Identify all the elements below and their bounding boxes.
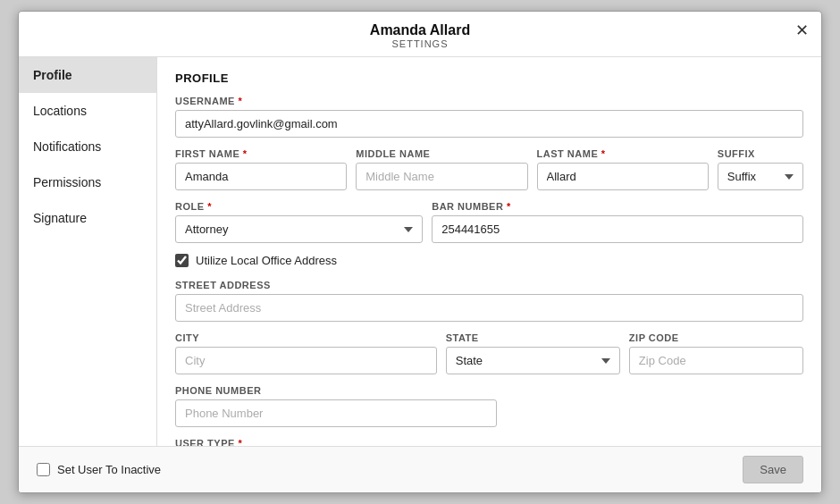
bar-number-label: BAR NUMBER *	[432, 201, 803, 212]
first-name-label: FIRST NAME *	[175, 148, 347, 159]
first-name-input[interactable]	[175, 163, 347, 190]
user-type-label: USER TYPE *	[175, 438, 803, 446]
first-name-field-group: FIRST NAME *	[175, 148, 347, 190]
middle-name-input[interactable]	[356, 163, 527, 190]
close-button[interactable]: ✕	[795, 22, 809, 38]
role-label: ROLE *	[175, 201, 423, 212]
utilize-local-row: Utilize Local Office Address	[175, 254, 803, 267]
sidebar-item-signature[interactable]: Signature	[19, 200, 156, 236]
save-button[interactable]: Save	[743, 456, 803, 483]
street-address-input[interactable]	[175, 294, 803, 322]
middle-name-label: MIDDLE NAME	[356, 148, 527, 159]
modal-footer: Set User To Inactive Save	[19, 446, 821, 492]
city-input[interactable]	[175, 347, 437, 374]
modal-header: Amanda Allard SETTINGS ✕	[19, 12, 821, 57]
phone-field-group: PHONE NUMBER	[175, 385, 803, 427]
sidebar: Profile Locations Notifications Permissi…	[19, 57, 157, 446]
bar-number-field-group: BAR NUMBER *	[432, 201, 803, 243]
modal-body: Profile Locations Notifications Permissi…	[19, 57, 821, 446]
user-type-field-group: USER TYPE * Standard Admin Read Only	[175, 438, 803, 446]
section-title: PROFILE	[175, 71, 803, 85]
content-area: PROFILE USERNAME * FIRST NAME * MIDDLE N…	[157, 57, 821, 446]
utilize-local-label[interactable]: Utilize Local Office Address	[196, 254, 337, 267]
footer-left: Set User To Inactive	[37, 463, 161, 476]
state-label: STATE	[446, 332, 620, 343]
set-inactive-label[interactable]: Set User To Inactive	[57, 463, 161, 476]
sidebar-item-permissions[interactable]: Permissions	[19, 164, 156, 200]
sidebar-item-notifications[interactable]: Notifications	[19, 129, 156, 164]
city-label: CITY	[175, 332, 437, 343]
sidebar-item-profile[interactable]: Profile	[19, 57, 156, 93]
zip-input[interactable]	[629, 347, 803, 374]
utilize-local-checkbox[interactable]	[175, 254, 189, 267]
city-field-group: CITY	[175, 332, 437, 374]
bar-number-input[interactable]	[432, 215, 803, 243]
phone-input[interactable]	[175, 399, 497, 427]
suffix-label: SUFFIX	[718, 148, 803, 159]
username-input[interactable]	[175, 110, 803, 138]
street-address-field-group: STREET ADDRESS	[175, 280, 803, 322]
sidebar-item-locations[interactable]: Locations	[19, 93, 156, 129]
state-select[interactable]: State AL CA NY TX	[446, 347, 620, 374]
last-name-field-group: LAST NAME *	[537, 148, 709, 190]
settings-modal: Amanda Allard SETTINGS ✕ Profile Locatio…	[18, 11, 822, 493]
last-name-label: LAST NAME *	[537, 148, 709, 159]
name-row: FIRST NAME * MIDDLE NAME LAST NAME * SUF…	[175, 148, 803, 190]
zip-field-group: ZIP CODE	[629, 332, 803, 374]
modal-subtitle: SETTINGS	[33, 38, 807, 49]
middle-name-field-group: MIDDLE NAME	[356, 148, 527, 190]
modal-title: Amanda Allard	[33, 22, 807, 38]
state-field-group: STATE State AL CA NY TX	[446, 332, 620, 374]
last-name-input[interactable]	[537, 163, 709, 190]
suffix-select[interactable]: Suffix Jr Sr II III	[718, 163, 803, 190]
street-address-label: STREET ADDRESS	[175, 280, 803, 290]
city-state-zip-row: CITY STATE State AL CA NY TX ZIP CODE	[175, 332, 803, 374]
phone-label: PHONE NUMBER	[175, 385, 803, 396]
username-label: USERNAME *	[175, 96, 803, 106]
role-select[interactable]: Attorney Paralegal Admin	[175, 215, 423, 243]
suffix-field-group: SUFFIX Suffix Jr Sr II III	[718, 148, 803, 190]
set-inactive-checkbox[interactable]	[37, 463, 50, 476]
zip-label: ZIP CODE	[629, 332, 803, 343]
role-bar-row: ROLE * Attorney Paralegal Admin BAR NUMB…	[175, 201, 803, 243]
role-field-group: ROLE * Attorney Paralegal Admin	[175, 201, 423, 243]
username-field-group: USERNAME *	[175, 96, 803, 138]
